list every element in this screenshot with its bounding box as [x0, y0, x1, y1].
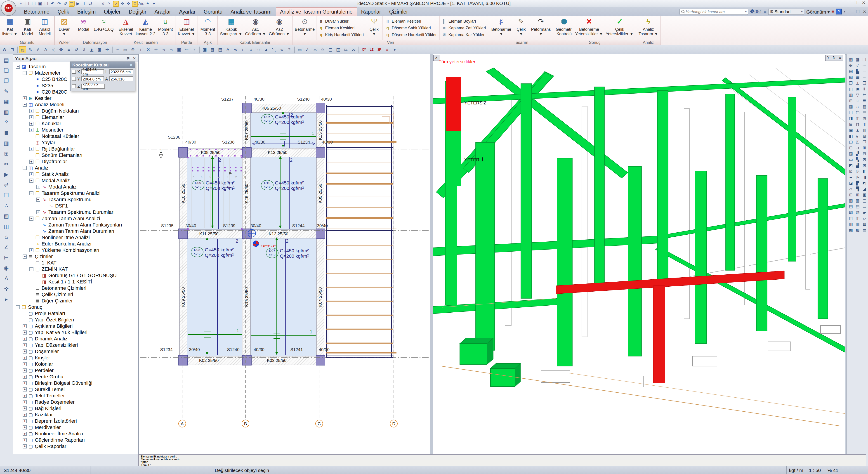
draw-tool-icon-3[interactable]: ✎: [27, 46, 34, 53]
tree-item-noktasal-kütleler[interactable]: ❐Noktasal Kütleler: [13, 133, 138, 139]
ribbon-button-betonarme-yetersizlikler[interactable]: ✕BetonarmeYetersizlikler ▼: [574, 16, 604, 40]
view3d-button-n[interactable]: N: [831, 55, 837, 61]
ribbon-small-döşeme-hareketli-yükleri[interactable]: qDöşeme Hareketli Yükleri: [385, 32, 438, 38]
draw-tool-icon-21[interactable]: ¬: [168, 46, 175, 53]
side-tool-icon-0[interactable]: ▤: [2, 56, 11, 65]
right-tool-icon-1-19[interactable]: ◲: [855, 169, 861, 175]
right-tool-icon-2-5[interactable]: ⊪: [862, 86, 867, 92]
y-lock-checkbox[interactable]: [72, 77, 76, 81]
tree-item-çizimler[interactable]: −≣Çizimler: [13, 253, 138, 259]
right-tool-icon-2-16[interactable]: ⊟: [862, 151, 867, 157]
tree-item-yapı-düzensizlikleri[interactable]: +▢Yapı Düzensizlikleri: [13, 342, 138, 348]
side-tool-icon-10[interactable]: ✂: [2, 160, 11, 169]
tree-item-çelik-çizimleri[interactable]: ≣Çelik Çizimleri: [13, 291, 138, 297]
tree-item-nonlineer-i-tme-analizi[interactable]: +▢Nonlineer İtme Analizi: [13, 431, 138, 437]
draw-tool-icon-0[interactable]: ⊖: [1, 46, 8, 53]
tree-item-1-kat[interactable]: ▢1. KAT: [13, 259, 138, 266]
side-tool-icon-4[interactable]: ▦: [2, 97, 11, 106]
side-tool-icon-21[interactable]: A: [2, 274, 11, 283]
right-tool-icon-2-22[interactable]: ◪: [862, 186, 867, 192]
draw-tool-icon-26[interactable]: ▦: [209, 46, 216, 53]
draw-tool-icon-12[interactable]: ▣: [96, 46, 103, 53]
status-scale[interactable]: 1 : 50: [806, 466, 824, 474]
tree-item-dinamik-analiz[interactable]: +▢Dinamik Analiz: [13, 336, 138, 342]
tree-item-sürekli-temel[interactable]: +▢Sürekli Temel: [13, 386, 138, 392]
tree-item-dsf1[interactable]: ∿DSF1: [13, 202, 138, 209]
ribbon-small-eleman-kesitleri[interactable]: gEleman Kesitleri: [318, 25, 364, 31]
ribbon-button-analiz-tasarım[interactable]: ϟAnalizTasarım ▼: [637, 16, 659, 40]
expand-icon[interactable]: +: [29, 109, 33, 113]
side-tool-icon-19[interactable]: ⊢: [2, 253, 11, 262]
right-tool-icon-1-14[interactable]: ◰: [855, 139, 861, 145]
right-tool-icon-0-25[interactable]: ▤: [848, 204, 854, 210]
draw-tool-icon-8[interactable]: ≡: [65, 46, 72, 53]
expand-icon[interactable]: +: [23, 387, 27, 391]
side-tool-icon-13[interactable]: ❒: [2, 191, 11, 200]
tab-analiz-ve-tasarım[interactable]: Analiz ve Tasarım: [226, 7, 276, 16]
tree-item-tekil-temeller[interactable]: +▢Tekil Temeller: [13, 392, 138, 399]
draw-tool-icon-32[interactable]: ◌: [255, 46, 262, 53]
ribbon-button-çelik[interactable]: ΨÇelik▼: [366, 16, 383, 40]
right-tool-icon-0-23[interactable]: ⊞: [848, 192, 854, 198]
tab-objeler[interactable]: Objeler: [100, 7, 125, 16]
tree-item-proje-hataları[interactable]: ▢Proje Hataları: [13, 310, 138, 316]
right-tool-icon-1-11[interactable]: ⊓: [855, 122, 861, 127]
ribbon-button-analiz-modeli[interactable]: ◫AnalizModeli: [36, 16, 53, 40]
tree-item-perde-grubu[interactable]: +▢Perde Grubu: [13, 373, 138, 380]
draw-tool-icon-2[interactable]: ▨: [19, 46, 26, 53]
tree-item-kolonlar[interactable]: +▢Kolonlar: [13, 361, 138, 367]
draw-tool-icon-18[interactable]: ✕: [145, 46, 152, 53]
doc-minimize-icon[interactable]: ─: [850, 9, 853, 14]
draw-tool-icon-11[interactable]: ◭: [88, 46, 95, 53]
right-tool-icon-1-20[interactable]: ◳: [855, 175, 861, 180]
tree-item-deprem-i-zolatörleri[interactable]: +▢Deprem İzolatörleri: [13, 418, 138, 424]
collapse-panel-button[interactable]: ∧: [433, 55, 439, 61]
expand-icon[interactable]: +: [23, 330, 27, 334]
right-tool-icon-1-18[interactable]: ▟: [855, 163, 861, 169]
ribbon-button-betonarme[interactable]: ♯Betonarme▼: [490, 16, 513, 40]
right-tool-icon-1-22[interactable]: ▜: [855, 186, 861, 192]
right-tool-icon-1-2[interactable]: ▙: [855, 69, 861, 74]
side-tool-icon-16[interactable]: ◫: [2, 222, 11, 231]
idecad-logo-icon[interactable]: CAD: [1, 0, 16, 16]
right-tool-icon-0-5[interactable]: ◫: [848, 86, 854, 92]
expand-icon[interactable]: +: [36, 185, 40, 189]
draw-tool-icon-29[interactable]: ∿: [232, 46, 239, 53]
draw-tool-icon-44[interactable]: ⋈: [350, 46, 357, 53]
tab-araçlar[interactable]: Araçlar: [151, 7, 175, 16]
tree-item-modal-analiz[interactable]: −❐Modal Analiz: [13, 177, 138, 184]
expand-icon[interactable]: +: [29, 115, 33, 119]
view-3d[interactable]: Tüm yetersizlikler YETERSİZYETERLİ YN∧ ∧: [433, 54, 845, 454]
view3d-button-y[interactable]: Y: [825, 55, 831, 61]
right-tool-icon-1-26[interactable]: ▧: [855, 210, 861, 216]
tree-item-betonarme-çizimleri[interactable]: ≣Betonarme Çizimleri: [13, 285, 138, 291]
right-tool-icon-0-18[interactable]: ◩: [848, 163, 854, 169]
render-settings-icon[interactable]: ◙: [832, 9, 834, 14]
tree-item-birleşim-bölgesi-güvenliği[interactable]: +▢Birleşim Bölgesi Güvenliği: [13, 380, 138, 386]
draw-tool-icon-31[interactable]: ○: [247, 46, 254, 53]
right-tool-icon-0-15[interactable]: ⊡: [848, 145, 854, 151]
draw-tool-icon-48[interactable]: ⌂: [383, 46, 391, 53]
expand-icon[interactable]: +: [23, 355, 27, 359]
side-tool-icon-12[interactable]: ⇄: [2, 180, 11, 189]
draw-tool-icon-30[interactable]: ∩: [240, 46, 247, 53]
expand-icon[interactable]: +: [23, 343, 27, 347]
right-tool-icon-0-24[interactable]: ▦: [848, 198, 854, 204]
expand-icon[interactable]: −: [23, 102, 27, 106]
expand-icon[interactable]: −: [16, 305, 20, 309]
right-tool-icon-0-14[interactable]: ▢: [848, 139, 854, 145]
maximize-icon[interactable]: ❐: [854, 0, 857, 5]
tree-item-kabuklar[interactable]: +❐Kabuklar: [13, 120, 138, 127]
draw-tool-icon-39[interactable]: ≍: [311, 46, 319, 53]
ribbon-small-eleman-boyları[interactable]: ▌Eleman Boyları: [442, 18, 486, 24]
draw-tool-icon-35[interactable]: ∝: [278, 46, 285, 53]
draw-tool-icon-45[interactable]: XY: [360, 46, 368, 53]
right-tool-icon-0-9[interactable]: ❐: [848, 110, 854, 116]
ribbon-button-eksenel-kuvvet[interactable]: ▥EksenelKuvvet ▼: [177, 16, 197, 40]
expand-icon[interactable]: +: [23, 400, 27, 404]
draw-tool-icon-36[interactable]: ?: [286, 46, 293, 53]
tree-item-zemi-n-kat[interactable]: −▢ZEMİN KAT: [13, 266, 138, 272]
right-tool-icon-1-16[interactable]: ▞: [855, 151, 861, 157]
ribbon-button-kabuk-sonuçları[interactable]: ▦KabukSonuçları ▼: [219, 16, 244, 40]
right-tool-icon-2-21[interactable]: ◩: [862, 180, 867, 186]
